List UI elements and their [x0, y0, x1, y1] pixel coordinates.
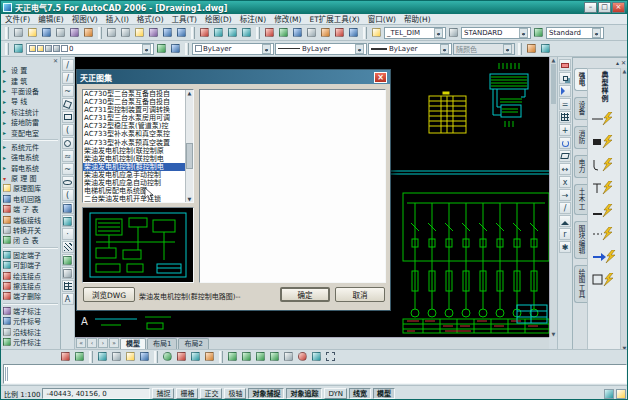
move-arrow-icon[interactable] — [310, 350, 323, 363]
toolbar-grip[interactable] — [5, 43, 9, 55]
dim-style-select[interactable]: _TEL_DIM▾ — [384, 27, 446, 39]
tab-model[interactable]: 模型 — [120, 338, 146, 349]
cancel-button[interactable]: 取消 — [335, 287, 385, 302]
point-icon[interactable]: · — [62, 228, 74, 240]
rotate-icon[interactable] — [559, 137, 571, 149]
list-item[interactable]: AC732型稳压泵(管道泵)控 — [83, 122, 193, 130]
sidebar-item-motor-circuit[interactable]: 电机回路 — [1, 194, 60, 204]
fillet-icon[interactable]: r — [559, 228, 571, 240]
sidebar-item-terminal-table[interactable]: 端 子 表 — [1, 204, 60, 214]
toolbar-grip[interactable] — [185, 43, 189, 55]
scroll-up-icon[interactable]: ▲ — [550, 57, 557, 63]
toolbar-grip[interactable] — [98, 27, 102, 39]
minimize-button[interactable]: – — [584, 2, 597, 13]
locate-icon[interactable] — [296, 350, 309, 363]
lineweight-select[interactable]: ByLayer▾ — [368, 43, 452, 55]
scrollbar-thumb[interactable] — [186, 143, 193, 169]
menu-dimension[interactable]: 标注(N) — [236, 14, 270, 25]
chamfer-icon[interactable] — [559, 215, 571, 227]
publish-icon[interactable] — [82, 26, 95, 39]
enable-icon[interactable] — [161, 350, 174, 363]
sidebar-group-wires[interactable]: ▸导 线 — [1, 96, 60, 106]
offset-icon[interactable]: = — [559, 98, 571, 110]
undo-icon[interactable] — [161, 26, 174, 39]
make-layer-current-icon[interactable] — [155, 42, 168, 55]
palette-tab-fire[interactable]: 消防 — [574, 126, 587, 149]
sidebar-item-delete-terminal[interactable]: 端子删除 — [1, 291, 60, 301]
layer-freeze-all-icon[interactable] — [110, 350, 123, 363]
hatch-icon[interactable] — [62, 241, 74, 253]
chevron-down-icon[interactable]: ▾ — [262, 44, 271, 54]
menu-modify[interactable]: 修改(M) — [270, 14, 305, 25]
toolbar-grip[interactable] — [363, 27, 367, 39]
layer-freeze-icon[interactable] — [37, 45, 44, 52]
trim-icon[interactable]: x — [559, 176, 571, 188]
scroll-down-icon[interactable]: ▼ — [550, 331, 557, 337]
list-item[interactable]: AC733型补水泵预真空装置 — [83, 139, 193, 147]
color-select[interactable]: ByLayer▾ — [192, 43, 274, 55]
sample-bar-bolt-icon[interactable] — [591, 204, 617, 218]
menu-insert[interactable]: 插入(I) — [102, 14, 133, 25]
toolbar-grip[interactable] — [191, 27, 195, 39]
revision-cloud-icon[interactable]: ≈ — [62, 150, 74, 162]
list-item[interactable]: 柴油发电机控制(联控制电 — [83, 155, 193, 163]
sample-box-bolt-icon[interactable] — [591, 273, 617, 287]
chevron-down-icon[interactable]: ▾ — [434, 28, 443, 38]
markup-icon[interactable] — [319, 26, 332, 39]
sidebar-group-system-components[interactable]: ▸系统元件 — [1, 142, 60, 152]
ellipse-arc-icon[interactable]: ( — [62, 189, 74, 201]
lineweight-toggle[interactable]: 线宽 — [349, 388, 371, 399]
preview-thumbnail[interactable] — [82, 207, 194, 283]
scroll-up-icon[interactable]: ▲ — [621, 68, 628, 74]
construction-line-icon[interactable]: / — [62, 72, 74, 84]
list-item[interactable]: AC733型补水泵和真空泵控 — [83, 130, 193, 138]
browse-dwg-button[interactable]: 浏览DWG — [83, 287, 135, 302]
table-icon[interactable] — [62, 280, 74, 292]
toolbar-grip[interactable] — [219, 351, 223, 363]
table-style-icon[interactable] — [532, 26, 545, 39]
properties-icon[interactable] — [263, 26, 276, 39]
spline-icon[interactable]: ~ — [62, 163, 74, 175]
align-bottom-icon[interactable] — [226, 350, 239, 363]
ortho-toggle[interactable]: 正交 — [200, 388, 222, 399]
region-icon[interactable] — [62, 267, 74, 279]
tz-layer-tool-icon[interactable] — [525, 42, 538, 55]
disable-icon[interactable] — [175, 350, 188, 363]
line-icon[interactable]: / — [62, 59, 74, 71]
prev-tab-icon[interactable]: ‹ — [87, 338, 97, 348]
sidebar-group-weak-electric[interactable]: ▸弱电系统 — [1, 163, 60, 173]
maximize-button[interactable]: □ — [598, 2, 611, 13]
layer-lock-icon[interactable] — [45, 45, 52, 52]
sidebar-group-schematic[interactable]: ▾原 理 图 — [1, 173, 60, 183]
tool-palettes-icon[interactable] — [291, 26, 304, 39]
zoom-previous-icon[interactable] — [240, 26, 253, 39]
layer-on-icon[interactable] — [29, 45, 36, 52]
zoom-window-icon[interactable] — [226, 26, 239, 39]
snap-toggle[interactable]: 捕捉 — [152, 388, 174, 399]
layer-properties-icon[interactable] — [12, 42, 25, 55]
insert-block-icon[interactable] — [62, 202, 74, 214]
chevron-down-icon[interactable]: ▾ — [142, 44, 151, 54]
scroll-down-icon[interactable]: ▼ — [186, 196, 193, 202]
toolbar-grip[interactable] — [89, 351, 93, 363]
sidebar-group-annotation-stats[interactable]: ▸标注统计 — [1, 107, 60, 117]
command-grip[interactable] — [5, 367, 8, 381]
sample-arrow-bolt-icon[interactable] — [591, 250, 617, 264]
polygon-icon[interactable] — [62, 98, 74, 110]
text-style-icon[interactable] — [447, 26, 460, 39]
circle-icon[interactable] — [62, 137, 74, 149]
measure-icon[interactable] — [282, 350, 295, 363]
sample-hook-bolt-icon[interactable] — [591, 158, 617, 172]
list-item[interactable]: AC730型二台泵互备自投自 — [83, 90, 193, 98]
layer-lock-all-icon[interactable] — [124, 350, 137, 363]
dyn-toggle[interactable]: DYN — [324, 388, 347, 399]
chevron-down-icon[interactable]: ▾ — [519, 28, 528, 38]
open-icon[interactable] — [26, 26, 39, 39]
layer-previous-icon[interactable] — [169, 42, 182, 55]
move-icon[interactable]: + — [559, 124, 571, 136]
sidebar-item-draw-connection[interactable]: 绘连接点 — [1, 270, 60, 280]
help-icon[interactable] — [347, 26, 360, 39]
make-block-icon[interactable] — [62, 215, 74, 227]
lock-icon[interactable] — [616, 389, 626, 399]
sidebar-group-strong-electric[interactable]: ▸强电系统 — [1, 152, 60, 162]
